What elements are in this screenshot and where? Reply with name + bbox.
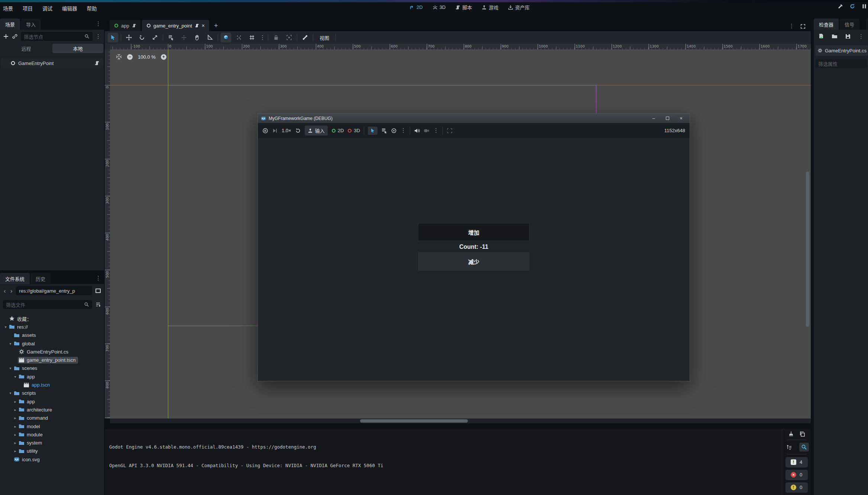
file-tree-item[interactable]: ▸utility <box>0 447 104 455</box>
game-window-titlebar[interactable]: MyGFrameworkGame (DEBUG) – × <box>258 114 690 123</box>
workspace-game[interactable]: 游戏 <box>482 4 498 11</box>
scrollbar-thumb[interactable] <box>360 419 468 423</box>
attached-script-icon[interactable] <box>94 61 100 66</box>
sort-files-icon[interactable] <box>95 302 101 307</box>
warning-count-badge[interactable]: !0 <box>786 482 808 493</box>
nav-forward-icon[interactable]: › <box>10 288 13 294</box>
suspend-icon[interactable] <box>262 128 268 134</box>
scene-tab-app[interactable]: app <box>110 20 141 31</box>
workspace-3d[interactable]: 3D <box>433 4 446 10</box>
grid-toggle[interactable] <box>247 33 257 42</box>
tree-collapse-icon[interactable]: ▾ <box>13 375 18 379</box>
next-frame-icon[interactable] <box>272 128 278 134</box>
snap-options-icon[interactable]: ⋮ <box>260 35 265 40</box>
tab-scene[interactable]: 场景 <box>0 19 20 30</box>
file-tree-item[interactable]: ▸architecture <box>0 406 104 414</box>
file-tree-item[interactable]: ▸command <box>0 414 104 422</box>
fullscreen-icon[interactable] <box>447 128 453 134</box>
menu-debug[interactable]: 调试 <box>42 4 52 12</box>
copy-output-icon[interactable] <box>799 431 805 437</box>
file-tree-item[interactable]: ▾global <box>0 339 104 348</box>
file-tree-item[interactable]: ▸module <box>0 430 104 439</box>
zoom-in-button[interactable]: + <box>161 54 166 60</box>
inspector-options-icon[interactable]: ⋮ <box>858 34 864 39</box>
path-field[interactable]: res://global/game_entry_p <box>16 286 92 295</box>
pick-list-icon[interactable] <box>381 128 387 134</box>
pixel-snap-tool[interactable] <box>179 33 189 42</box>
canvas-horizontal-scrollbar[interactable] <box>110 419 811 423</box>
file-tree-item[interactable]: app.tscn <box>0 381 104 389</box>
tree-expand-icon[interactable]: ▸ <box>13 416 18 420</box>
pick-options-icon[interactable]: ⋮ <box>401 128 406 133</box>
save-resource-icon[interactable] <box>845 33 851 39</box>
new-scene-tab-button[interactable]: + <box>210 22 222 31</box>
file-tree-item[interactable]: ▾res:// <box>0 323 104 331</box>
menu-scene[interactable]: 场景 <box>3 4 13 12</box>
ruler-tool[interactable] <box>205 33 215 42</box>
message-count-badge[interactable]: !4 <box>786 457 808 468</box>
pause-icon[interactable] <box>861 3 867 9</box>
grid-snap-toggle[interactable] <box>234 33 244 42</box>
menu-project[interactable]: 项目 <box>23 4 33 12</box>
instance-scene-link-icon[interactable] <box>12 33 18 39</box>
pick-3d-button[interactable]: 3D <box>347 128 360 133</box>
move-tool[interactable] <box>124 33 134 42</box>
tab-inspector[interactable]: 检查器 <box>814 19 839 30</box>
file-tree-item[interactable]: 收藏： <box>0 315 104 323</box>
hot-reload-icon[interactable] <box>849 3 855 9</box>
menu-help[interactable]: 帮助 <box>87 4 97 12</box>
scene-tree-options-icon[interactable]: ⋮ <box>95 34 101 39</box>
file-tree-item[interactable]: ▸system <box>0 439 104 447</box>
audio-toggle-icon[interactable] <box>414 128 420 134</box>
new-resource-icon[interactable] <box>818 33 824 39</box>
file-tree-item[interactable]: ▸model <box>0 422 104 430</box>
canvas-vertical-scrollbar[interactable] <box>806 172 809 327</box>
tree-collapse-icon[interactable]: ▾ <box>8 342 13 346</box>
tabstrip-options-icon[interactable]: ⋮ <box>789 23 794 29</box>
file-tree-item[interactable]: ▾scripts <box>0 389 104 397</box>
tree-expand-icon[interactable]: ▸ <box>13 441 18 445</box>
tree-collapse-icon[interactable]: ▾ <box>8 391 13 395</box>
zoom-out-button[interactable]: − <box>127 54 133 60</box>
file-tree-item[interactable]: ▾scenes <box>0 364 104 372</box>
camera-override-icon[interactable] <box>391 128 397 134</box>
zoom-percentage[interactable]: 100.0 % <box>138 54 156 60</box>
file-tree-item[interactable]: assets <box>0 331 104 339</box>
reset-speed-icon[interactable] <box>295 128 301 134</box>
workspace-2d[interactable]: 2D <box>409 4 423 10</box>
file-tree-item[interactable]: ▾app <box>0 372 104 381</box>
distraction-free-icon[interactable] <box>800 24 806 29</box>
clear-output-icon[interactable] <box>788 431 794 437</box>
rotate-tool[interactable] <box>137 33 147 42</box>
split-view-icon[interactable] <box>95 288 101 294</box>
remote-button[interactable]: 远程 <box>1 44 52 53</box>
lock-selected[interactable] <box>271 33 281 42</box>
scene-tree-root-node[interactable]: GameEntryPoint <box>1 58 103 68</box>
tree-expand-icon[interactable]: ▸ <box>13 424 18 429</box>
dock-options-icon[interactable]: ⋮ <box>95 21 101 27</box>
group-selected[interactable] <box>284 33 294 42</box>
file-tree-item[interactable]: game_entry_point.tscn <box>0 356 104 364</box>
error-count-badge[interactable]: ×0 <box>786 470 808 480</box>
tab-filesystem[interactable]: 文件系统 <box>0 273 30 284</box>
build-hammer-icon[interactable] <box>838 3 843 9</box>
menu-editor[interactable]: 编辑器 <box>62 4 77 12</box>
tree-collapse-icon[interactable]: ▾ <box>8 366 13 370</box>
filesystem-options-icon[interactable]: ⋮ <box>95 276 101 281</box>
input-mode-button[interactable]: 输入 <box>305 126 328 136</box>
view-menu-button[interactable]: 视图 <box>316 33 333 42</box>
scene-tab-game-entry-point[interactable]: game_entry_point × <box>142 20 209 31</box>
select-tool[interactable] <box>108 33 118 42</box>
pick-2d-button[interactable]: 2D <box>331 128 344 133</box>
tab-history[interactable]: 历史 <box>30 273 51 284</box>
filter-files-input[interactable]: 筛选文件 <box>3 300 92 309</box>
load-resource-icon[interactable] <box>832 33 838 39</box>
minimize-button[interactable]: – <box>648 114 659 123</box>
tree-expand-icon[interactable]: ▸ <box>13 433 18 437</box>
add-node-icon[interactable] <box>3 33 9 39</box>
close-tab-icon[interactable]: × <box>202 23 205 29</box>
file-tree-item[interactable]: ▸app <box>0 397 104 406</box>
skeleton-options[interactable] <box>300 33 310 42</box>
scale-tool[interactable] <box>150 33 160 42</box>
tree-expand-icon[interactable]: ▸ <box>13 408 18 412</box>
